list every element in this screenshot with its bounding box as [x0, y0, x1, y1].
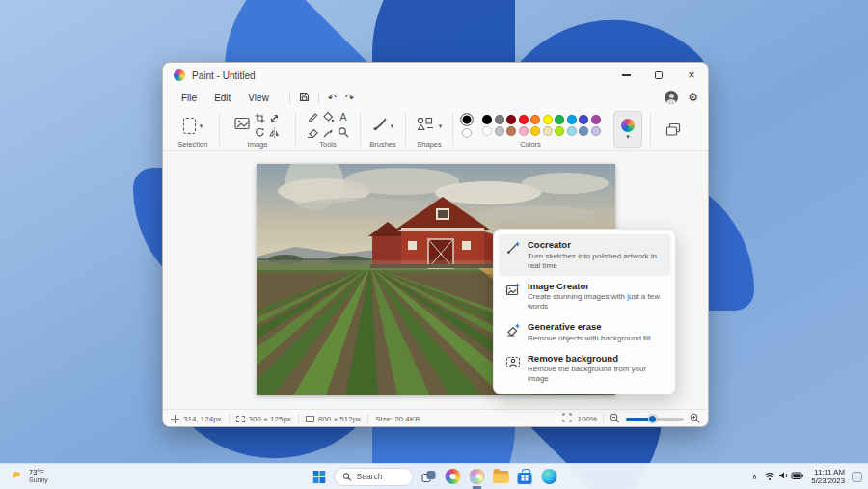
selection-group: ▾ Selection [171, 109, 215, 149]
canvas-size: 800 × 512px [306, 415, 361, 423]
titlebar[interactable]: Paint - Untitled × [163, 63, 708, 88]
clock-time: 11:11 AM [814, 468, 845, 476]
flip-icon[interactable] [269, 124, 280, 142]
chevron-down-icon[interactable]: ▾ [200, 122, 203, 129]
canvas-area: Cocreator Turn sketches into polished ar… [163, 151, 708, 409]
notification-center-button[interactable] [852, 472, 862, 482]
close-icon: × [688, 68, 694, 82]
menu-item-generative-erase[interactable]: Generative erase Remove objects with bac… [499, 316, 670, 348]
image-group: Image [224, 109, 291, 149]
file-explorer-button[interactable] [492, 468, 510, 486]
paint-logo-icon [174, 69, 185, 81]
ribbon: ▾ Selection Image [163, 107, 708, 151]
color-swatch[interactable] [519, 115, 529, 124]
divider [318, 92, 319, 104]
maximize-icon [655, 71, 663, 79]
color-swatch[interactable] [543, 115, 553, 124]
minimize-button[interactable] [610, 63, 642, 88]
color-swatch[interactable] [555, 126, 564, 136]
file-size: Size: 20.4KB [375, 415, 420, 423]
zoom-slider[interactable] [626, 413, 684, 424]
window-title: Paint - Untitled [192, 70, 256, 81]
redo-button[interactable]: ↷ [345, 93, 354, 103]
paint-app-button[interactable] [468, 468, 486, 486]
color-swatch[interactable] [543, 126, 553, 136]
color-swatch[interactable] [506, 115, 516, 124]
menu-item-desc: Remove objects with background fill [528, 334, 651, 343]
zoom-level: 100% [578, 415, 597, 423]
close-button[interactable]: × [675, 63, 708, 88]
color-swatch[interactable] [482, 115, 492, 124]
taskbar-clock[interactable]: 11:11 AM 5/23/2023 [811, 468, 845, 486]
divider [360, 113, 361, 146]
divider [295, 113, 296, 146]
fit-to-screen-icon[interactable] [562, 413, 572, 424]
brush-icon[interactable] [372, 117, 387, 135]
shapes-group-label: Shapes [417, 140, 441, 149]
menu-file[interactable]: File [173, 91, 205, 105]
color-swatch[interactable] [567, 115, 577, 124]
menu-item-image-creator[interactable]: Image Creator Create stunning images wit… [499, 276, 670, 317]
copilot-button[interactable]: ▾ [613, 111, 642, 148]
menu-item-cocreator[interactable]: Cocreator Turn sketches into polished ar… [499, 234, 670, 276]
tray-expand-chevron[interactable]: ∧ [751, 473, 757, 481]
colors-group: Colors [457, 109, 604, 149]
clock-date: 5/23/2023 [811, 476, 845, 485]
color-swatch[interactable] [591, 126, 601, 136]
color-swatch[interactable] [579, 115, 588, 124]
color-swatch[interactable] [482, 126, 492, 136]
zoom-in-button[interactable] [690, 413, 700, 425]
color-swatch[interactable] [495, 115, 504, 124]
selection-size: 300 × 125px [236, 415, 291, 423]
edge-icon [541, 469, 556, 484]
color-swatch[interactable] [555, 115, 564, 124]
color-swatch[interactable] [519, 126, 529, 136]
statusbar: 314, 124px 300 × 125px 800 × 512px Size:… [163, 409, 708, 427]
start-button[interactable] [311, 468, 329, 486]
tools-group-label: Tools [319, 140, 337, 149]
magnifier-tool-icon[interactable] [338, 124, 349, 142]
chevron-down-icon: ▾ [626, 133, 630, 140]
selection-tool-icon[interactable] [183, 118, 196, 134]
chevron-down-icon[interactable]: ▾ [391, 122, 394, 129]
eraser-tool-icon[interactable] [307, 124, 318, 142]
picture-icon[interactable] [234, 117, 250, 134]
edge-browser-button[interactable] [540, 468, 558, 486]
microsoft-store-button[interactable] [516, 468, 534, 486]
undo-button[interactable]: ↶ [328, 93, 337, 103]
color-swatch[interactable] [591, 115, 601, 124]
color-swatch[interactable] [530, 126, 540, 136]
color-swatch[interactable] [567, 126, 577, 136]
maximize-button[interactable] [642, 63, 675, 88]
color-swatch[interactable] [579, 126, 588, 136]
color-swatch[interactable] [530, 115, 540, 124]
settings-gear-icon[interactable]: ⚙ [688, 92, 698, 103]
search-box[interactable]: Search [335, 468, 414, 486]
colors-group-label: Colors [520, 140, 541, 149]
zoom-slider-thumb[interactable] [648, 415, 657, 423]
save-button[interactable] [299, 92, 310, 104]
color-swatch[interactable] [506, 126, 516, 136]
foreground-color-swatch[interactable] [460, 113, 474, 126]
color-swatch[interactable] [495, 126, 504, 136]
weather-widget[interactable]: 73°F Sunny [6, 464, 53, 489]
zoom-out-button[interactable] [610, 413, 620, 425]
search-placeholder: Search [357, 472, 383, 481]
remove-background-icon [505, 354, 521, 369]
menu-edit[interactable]: Edit [205, 91, 239, 105]
copilot-dropdown-menu: Cocreator Turn sketches into polished ar… [493, 229, 676, 394]
account-avatar[interactable] [665, 91, 678, 104]
rotate-icon[interactable] [255, 124, 265, 142]
photos-app-button[interactable] [444, 468, 462, 486]
shapes-icon[interactable] [417, 117, 435, 135]
folder-icon [493, 471, 508, 483]
tray-system-icons[interactable] [764, 468, 804, 485]
image-creator-icon [505, 282, 521, 297]
generative-erase-icon [505, 322, 521, 338]
task-view-button[interactable] [420, 468, 438, 486]
menu-item-remove-background[interactable]: Remove background Remove the background … [499, 348, 670, 390]
background-color-swatch[interactable] [462, 128, 472, 138]
layers-button[interactable] [661, 111, 686, 148]
chevron-down-icon[interactable]: ▾ [439, 122, 443, 129]
menu-view[interactable]: View [239, 91, 278, 105]
